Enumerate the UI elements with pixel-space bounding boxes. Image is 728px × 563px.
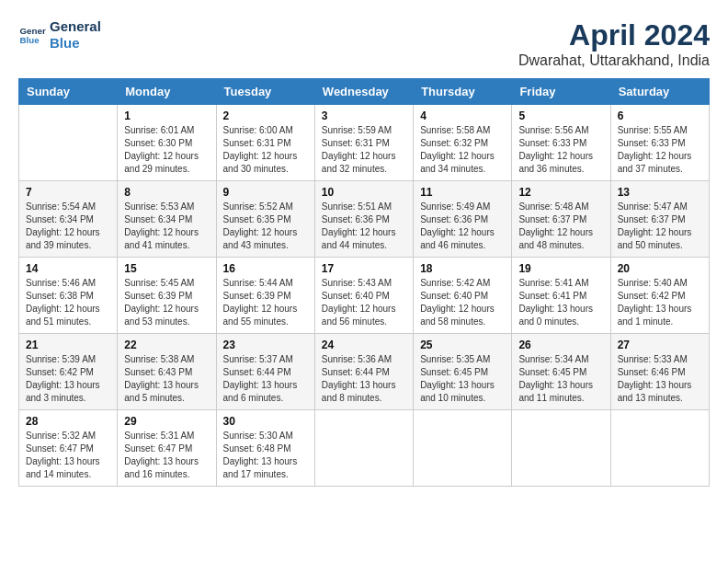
day-number: 30: [223, 415, 308, 428]
week-row-5: 28Sunrise: 5:32 AM Sunset: 6:47 PM Dayli…: [19, 410, 710, 487]
day-info: Sunrise: 5:44 AM Sunset: 6:39 PM Dayligh…: [223, 277, 308, 328]
calendar-cell: 9Sunrise: 5:52 AM Sunset: 6:35 PM Daylig…: [216, 181, 314, 258]
week-row-1: 1Sunrise: 6:01 AM Sunset: 6:30 PM Daylig…: [19, 105, 710, 181]
calendar-cell: 29Sunrise: 5:31 AM Sunset: 6:47 PM Dayli…: [118, 410, 216, 487]
week-row-4: 21Sunrise: 5:39 AM Sunset: 6:42 PM Dayli…: [19, 334, 710, 410]
calendar-cell: 1Sunrise: 6:01 AM Sunset: 6:30 PM Daylig…: [118, 105, 216, 181]
day-number: 22: [124, 339, 209, 351]
day-number: 8: [124, 186, 209, 199]
calendar-cell: 18Sunrise: 5:42 AM Sunset: 6:40 PM Dayli…: [414, 258, 512, 334]
day-info: Sunrise: 6:00 AM Sunset: 6:31 PM Dayligh…: [223, 124, 308, 176]
logo-icon: General Blue: [18, 21, 46, 49]
calendar-cell: 13Sunrise: 5:47 AM Sunset: 6:37 PM Dayli…: [610, 181, 709, 258]
calendar-cell: 22Sunrise: 5:38 AM Sunset: 6:43 PM Dayli…: [118, 334, 216, 410]
calendar-cell: 4Sunrise: 5:58 AM Sunset: 6:32 PM Daylig…: [414, 105, 512, 181]
day-header-saturday: Saturday: [610, 79, 709, 105]
day-number: 3: [322, 109, 406, 122]
day-info: Sunrise: 5:31 AM Sunset: 6:47 PM Dayligh…: [124, 430, 209, 481]
day-header-thursday: Thursday: [414, 79, 512, 105]
logo-blue: Blue: [50, 35, 101, 52]
day-info: Sunrise: 5:46 AM Sunset: 6:38 PM Dayligh…: [26, 277, 110, 328]
calendar-cell: 10Sunrise: 5:51 AM Sunset: 6:36 PM Dayli…: [314, 181, 413, 258]
calendar-cell: 11Sunrise: 5:49 AM Sunset: 6:36 PM Dayli…: [414, 181, 512, 258]
calendar-cell: 23Sunrise: 5:37 AM Sunset: 6:44 PM Dayli…: [216, 334, 314, 410]
day-number: 26: [518, 339, 603, 351]
day-info: Sunrise: 5:39 AM Sunset: 6:42 PM Dayligh…: [26, 353, 110, 405]
calendar-cell: 17Sunrise: 5:43 AM Sunset: 6:40 PM Dayli…: [314, 258, 413, 334]
days-header-row: SundayMondayTuesdayWednesdayThursdayFrid…: [19, 79, 710, 105]
day-number: 10: [322, 186, 406, 199]
day-info: Sunrise: 5:40 AM Sunset: 6:42 PM Dayligh…: [618, 277, 702, 328]
day-info: Sunrise: 5:45 AM Sunset: 6:39 PM Dayligh…: [124, 277, 209, 328]
week-row-2: 7Sunrise: 5:54 AM Sunset: 6:34 PM Daylig…: [19, 181, 710, 258]
day-number: 27: [618, 339, 702, 351]
calendar-cell: 5Sunrise: 5:56 AM Sunset: 6:33 PM Daylig…: [512, 105, 610, 181]
calendar-cell: [414, 410, 512, 487]
day-number: 12: [518, 186, 603, 199]
calendar-cell: 21Sunrise: 5:39 AM Sunset: 6:42 PM Dayli…: [19, 334, 118, 410]
day-number: 25: [420, 339, 505, 351]
day-info: Sunrise: 5:58 AM Sunset: 6:32 PM Dayligh…: [420, 124, 505, 176]
day-info: Sunrise: 5:38 AM Sunset: 6:43 PM Dayligh…: [124, 353, 209, 405]
day-number: 24: [322, 339, 406, 351]
calendar-cell: 20Sunrise: 5:40 AM Sunset: 6:42 PM Dayli…: [610, 258, 709, 334]
day-info: Sunrise: 5:56 AM Sunset: 6:33 PM Dayligh…: [518, 124, 603, 176]
day-number: 16: [223, 262, 308, 275]
calendar-cell: 12Sunrise: 5:48 AM Sunset: 6:37 PM Dayli…: [512, 181, 610, 258]
day-number: 11: [420, 186, 505, 199]
day-header-monday: Monday: [118, 79, 216, 105]
day-number: 1: [124, 109, 209, 122]
day-info: Sunrise: 5:48 AM Sunset: 6:37 PM Dayligh…: [518, 201, 603, 252]
day-info: Sunrise: 5:37 AM Sunset: 6:44 PM Dayligh…: [223, 353, 308, 405]
calendar-cell: 8Sunrise: 5:53 AM Sunset: 6:34 PM Daylig…: [118, 181, 216, 258]
day-number: 9: [223, 186, 308, 199]
day-info: Sunrise: 5:43 AM Sunset: 6:40 PM Dayligh…: [322, 277, 406, 328]
day-number: 28: [26, 415, 110, 428]
day-info: Sunrise: 5:35 AM Sunset: 6:45 PM Dayligh…: [420, 353, 505, 405]
day-info: Sunrise: 5:32 AM Sunset: 6:47 PM Dayligh…: [26, 430, 110, 481]
day-number: 5: [518, 109, 603, 122]
calendar-body: 1Sunrise: 6:01 AM Sunset: 6:30 PM Daylig…: [19, 105, 710, 487]
svg-text:Blue: Blue: [20, 35, 40, 45]
calendar-cell: 24Sunrise: 5:36 AM Sunset: 6:44 PM Dayli…: [314, 334, 413, 410]
day-info: Sunrise: 5:41 AM Sunset: 6:41 PM Dayligh…: [518, 277, 603, 328]
day-info: Sunrise: 5:34 AM Sunset: 6:45 PM Dayligh…: [518, 353, 603, 405]
day-number: 7: [26, 186, 110, 199]
day-info: Sunrise: 5:36 AM Sunset: 6:44 PM Dayligh…: [322, 353, 406, 405]
day-info: Sunrise: 5:59 AM Sunset: 6:31 PM Dayligh…: [322, 124, 406, 176]
day-info: Sunrise: 5:33 AM Sunset: 6:46 PM Dayligh…: [618, 353, 702, 405]
calendar-cell: [19, 105, 118, 181]
day-info: Sunrise: 5:51 AM Sunset: 6:36 PM Dayligh…: [322, 201, 406, 252]
calendar-cell: 16Sunrise: 5:44 AM Sunset: 6:39 PM Dayli…: [216, 258, 314, 334]
title-area: April 2024 Dwarahat, Uttarakhand, India: [518, 18, 710, 69]
calendar-cell: 25Sunrise: 5:35 AM Sunset: 6:45 PM Dayli…: [414, 334, 512, 410]
day-number: 23: [223, 339, 308, 351]
day-header-wednesday: Wednesday: [314, 79, 413, 105]
day-info: Sunrise: 6:01 AM Sunset: 6:30 PM Dayligh…: [124, 124, 209, 176]
day-info: Sunrise: 5:47 AM Sunset: 6:37 PM Dayligh…: [618, 201, 702, 252]
day-number: 14: [26, 262, 110, 275]
main-title: April 2024: [518, 18, 710, 52]
day-header-tuesday: Tuesday: [216, 79, 314, 105]
calendar-cell: 14Sunrise: 5:46 AM Sunset: 6:38 PM Dayli…: [19, 258, 118, 334]
calendar-cell: 26Sunrise: 5:34 AM Sunset: 6:45 PM Dayli…: [512, 334, 610, 410]
calendar-cell: 27Sunrise: 5:33 AM Sunset: 6:46 PM Dayli…: [610, 334, 709, 410]
day-number: 21: [26, 339, 110, 351]
day-number: 4: [420, 109, 505, 122]
day-info: Sunrise: 5:55 AM Sunset: 6:33 PM Dayligh…: [618, 124, 702, 176]
day-number: 15: [124, 262, 209, 275]
calendar-cell: 7Sunrise: 5:54 AM Sunset: 6:34 PM Daylig…: [19, 181, 118, 258]
svg-text:General: General: [20, 26, 47, 36]
calendar-cell: [314, 410, 413, 487]
calendar-cell: [512, 410, 610, 487]
day-number: 19: [518, 262, 603, 275]
calendar-cell: 2Sunrise: 6:00 AM Sunset: 6:31 PM Daylig…: [216, 105, 314, 181]
calendar-cell: 19Sunrise: 5:41 AM Sunset: 6:41 PM Dayli…: [512, 258, 610, 334]
day-info: Sunrise: 5:42 AM Sunset: 6:40 PM Dayligh…: [420, 277, 505, 328]
day-number: 2: [223, 109, 308, 122]
calendar-cell: 6Sunrise: 5:55 AM Sunset: 6:33 PM Daylig…: [610, 105, 709, 181]
day-info: Sunrise: 5:30 AM Sunset: 6:48 PM Dayligh…: [223, 430, 308, 481]
week-row-3: 14Sunrise: 5:46 AM Sunset: 6:38 PM Dayli…: [19, 258, 710, 334]
day-info: Sunrise: 5:52 AM Sunset: 6:35 PM Dayligh…: [223, 201, 308, 252]
logo: General Blue General Blue: [18, 18, 101, 52]
